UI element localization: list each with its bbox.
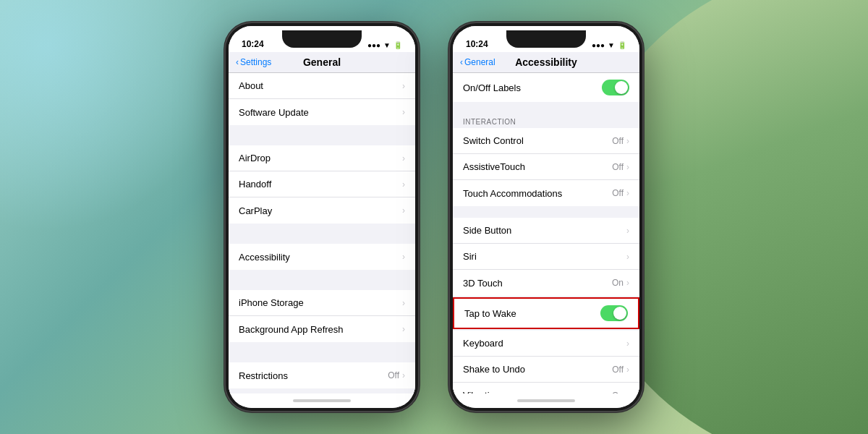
right-about: › xyxy=(402,81,405,91)
notch-1 xyxy=(282,30,362,48)
nav-bar-1: ‹ Settings General xyxy=(229,52,415,73)
back-button-1[interactable]: ‹ Settings xyxy=(236,57,271,67)
label-assistive-touch: AssistiveTouch xyxy=(463,161,525,172)
row-siri[interactable]: Siri › xyxy=(453,244,639,270)
phone-2: 10:24 ●●● ▼ 🔋 ‹ General Accessibility xyxy=(448,22,644,412)
label-side-button: Side Button xyxy=(463,225,511,236)
right-accessibility: › xyxy=(402,252,405,262)
row-accessibility[interactable]: Accessibility › xyxy=(229,244,415,270)
chevron-assistive-touch: › xyxy=(626,162,629,172)
row-carplay[interactable]: CarPlay › xyxy=(229,197,415,224)
signal-icon-1: ●●● xyxy=(367,41,380,49)
phone-1: 10:24 ●●● ▼ 🔋 ‹ Settings General xyxy=(224,22,420,412)
row-software-update[interactable]: Software Update › xyxy=(229,99,415,125)
settings-list-2: On/Off Labels INTERACTION Switch Control… xyxy=(453,73,639,393)
row-vibration[interactable]: Vibration On › xyxy=(453,383,639,393)
right-bg-app-refresh: › xyxy=(402,324,405,334)
group-1-2: AirDrop › Handoff › CarPlay › xyxy=(229,145,415,224)
label-touch-accommodations: Touch Accommodations xyxy=(463,188,562,199)
back-chevron-1: ‹ xyxy=(236,57,239,67)
time-1: 10:24 xyxy=(242,39,264,49)
group-2-interaction: Switch Control Off › AssistiveTouch Off … xyxy=(453,128,639,206)
group-1-1: About › Software Update › xyxy=(229,73,415,125)
status-icons-2: ●●● ▼ 🔋 xyxy=(592,41,626,49)
right-airdrop: › xyxy=(402,153,405,163)
gap-3 xyxy=(229,270,415,290)
chevron-side-button: › xyxy=(626,226,629,236)
row-iphone-storage[interactable]: iPhone Storage › xyxy=(229,290,415,316)
chevron-bg-app-refresh: › xyxy=(402,324,405,334)
label-iphone-storage: iPhone Storage xyxy=(239,297,304,308)
label-tap-to-wake: Tap to Wake xyxy=(464,308,516,319)
phone-1-screen: 10:24 ●●● ▼ 🔋 ‹ Settings General xyxy=(229,26,415,408)
label-shake-to-undo: Shake to Undo xyxy=(463,364,525,375)
label-restrictions: Restrictions xyxy=(239,370,288,381)
label-accessibility: Accessibility xyxy=(239,252,290,263)
group-1-4: iPhone Storage › Background App Refresh … xyxy=(229,290,415,342)
home-indicator-1 xyxy=(229,393,415,408)
gap-2-1 xyxy=(453,206,639,218)
toggle-tap-to-wake[interactable] xyxy=(600,305,628,321)
row-switch-control[interactable]: Switch Control Off › xyxy=(453,128,639,154)
right-iphone-storage: › xyxy=(402,298,405,308)
gap-5 xyxy=(229,388,415,393)
toggle-onoff-labels[interactable] xyxy=(602,80,629,95)
label-carplay: CarPlay xyxy=(239,205,272,216)
group-2-tap-to-wake: Tap to Wake xyxy=(453,297,639,329)
chevron-switch-control: › xyxy=(626,136,629,146)
row-handoff[interactable]: Handoff › xyxy=(229,171,415,197)
chevron-siri: › xyxy=(626,252,629,262)
row-onoff-labels[interactable]: On/Off Labels xyxy=(453,73,639,102)
group-1-3: Accessibility › xyxy=(229,244,415,270)
home-bar-1 xyxy=(293,399,351,402)
value-3dtouch: On xyxy=(612,278,624,288)
row-side-button[interactable]: Side Button › xyxy=(453,218,639,244)
value-assistive-touch: Off xyxy=(612,162,624,172)
back-button-2[interactable]: ‹ General xyxy=(460,57,495,67)
row-about[interactable]: About › xyxy=(229,73,415,99)
row-restrictions[interactable]: Restrictions Off › xyxy=(229,362,415,388)
battery-icon-2: 🔋 xyxy=(618,41,626,49)
right-3dtouch: On › xyxy=(612,278,629,288)
row-shake-to-undo[interactable]: Shake to Undo Off › xyxy=(453,357,639,383)
chevron-airdrop: › xyxy=(402,153,405,163)
label-software-update: Software Update xyxy=(239,107,309,118)
home-indicator-2 xyxy=(453,393,639,408)
back-label-1: Settings xyxy=(240,57,271,67)
label-bg-app-refresh: Background App Refresh xyxy=(239,324,344,335)
row-bg-app-refresh[interactable]: Background App Refresh › xyxy=(229,316,415,342)
row-assistive-touch[interactable]: AssistiveTouch Off › xyxy=(453,154,639,180)
right-keyboard-2: › xyxy=(626,339,629,349)
right-shake-to-undo: Off › xyxy=(612,365,629,375)
chevron-carplay: › xyxy=(402,205,405,216)
label-onoff-labels: On/Off Labels xyxy=(463,82,521,93)
gap-4 xyxy=(229,342,415,362)
right-siri: › xyxy=(626,252,629,262)
settings-list-1: About › Software Update › AirDrop › xyxy=(229,73,415,393)
nav-title-2: Accessibility xyxy=(515,56,577,68)
chevron-3dtouch: › xyxy=(626,278,629,288)
home-bar-2 xyxy=(517,399,575,402)
value-shake-to-undo: Off xyxy=(612,365,624,375)
status-icons-1: ●●● ▼ 🔋 xyxy=(367,41,402,49)
label-3dtouch: 3D Touch xyxy=(463,278,503,289)
value-touch-accommodations: Off xyxy=(612,188,624,198)
gap-2-0 xyxy=(453,102,639,114)
right-handoff: › xyxy=(402,179,405,190)
phones-container: 10:24 ●●● ▼ 🔋 ‹ Settings General xyxy=(0,0,868,434)
row-keyboard-2[interactable]: Keyboard › xyxy=(453,331,639,357)
wifi-icon-1: ▼ xyxy=(383,41,391,49)
value-restrictions: Off xyxy=(388,370,399,380)
row-touch-accommodations[interactable]: Touch Accommodations Off › xyxy=(453,180,639,206)
notch-2 xyxy=(506,30,586,48)
row-airdrop[interactable]: AirDrop › xyxy=(229,145,415,171)
row-3dtouch[interactable]: 3D Touch On › xyxy=(453,270,639,296)
nav-bar-2: ‹ General Accessibility xyxy=(453,52,639,73)
right-touch-accommodations: Off › xyxy=(612,188,629,198)
right-carplay: › xyxy=(402,205,405,216)
right-assistive-touch: Off › xyxy=(612,162,629,172)
chevron-about: › xyxy=(402,81,405,91)
label-about: About xyxy=(239,80,263,91)
group-2-3: Keyboard › Shake to Undo Off › Vibration xyxy=(453,331,639,393)
row-tap-to-wake[interactable]: Tap to Wake xyxy=(454,299,638,328)
